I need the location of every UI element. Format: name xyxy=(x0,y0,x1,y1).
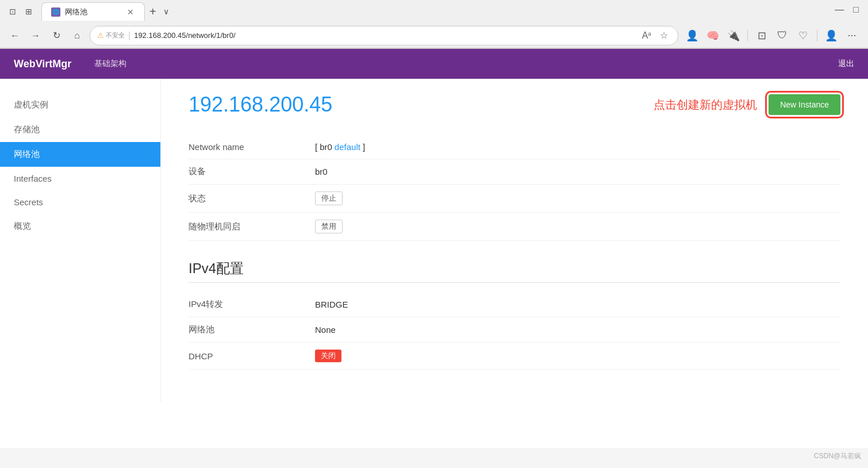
field-label-network-pool: 网络池 xyxy=(189,317,315,343)
new-instance-button[interactable]: New Instance xyxy=(769,94,840,115)
title-bar-icons: ⊡ ⊞ xyxy=(7,6,34,17)
field-value-autostart: 禁用 xyxy=(315,213,840,241)
ipv4-info-table: IPv4转发 BRIDGE 网络池 None DHCP 关闭 xyxy=(189,292,840,370)
field-label-dhcp: DHCP xyxy=(189,343,315,370)
address-separator: | xyxy=(128,30,130,41)
field-label-autostart: 随物理机同启 xyxy=(189,213,315,241)
browser-icon-2[interactable]: 🧠 xyxy=(704,26,722,45)
network-name-br0: br0 xyxy=(320,142,332,152)
sidebar-item-interfaces[interactable]: Interfaces xyxy=(0,167,160,190)
sidebar: 虚机实例 存储池 网络池 Interfaces Secrets 概览 xyxy=(0,79,161,402)
table-row-network-pool: 网络池 None xyxy=(189,317,840,343)
tab-close-button[interactable]: ✕ xyxy=(126,7,135,17)
field-value-dhcp: 关闭 xyxy=(315,343,840,370)
address-bar: ← → ↻ ⌂ ⚠ 不安全 | 192.168.200.45/network/1… xyxy=(0,23,868,48)
browser-icon-5[interactable]: 🛡 xyxy=(773,26,792,45)
browser-right-icons: 👤 🧠 🔌 ⊡ 🛡 ♡ 👤 ··· xyxy=(683,26,861,45)
field-label-device: 设备 xyxy=(189,159,315,185)
star-icon[interactable]: ☆ xyxy=(657,29,671,43)
profile-icon[interactable]: 👤 xyxy=(822,26,840,45)
back-button[interactable]: ← xyxy=(7,28,23,44)
network-info-table: Network name [ br0 default ] 设备 br xyxy=(189,135,840,241)
browser-icon-1[interactable]: 👤 xyxy=(683,26,701,45)
section-divider xyxy=(189,282,840,283)
table-row-autostart: 随物理机同启 禁用 xyxy=(189,213,840,241)
address-icons: Aᵃ ☆ xyxy=(640,29,671,43)
app: WebVirtMgr 基础架构 退出 虚机实例 存储池 网络池 Interfac… xyxy=(0,49,868,448)
field-label-ipv4-forward: IPv4转发 xyxy=(189,292,315,317)
field-label-status: 状态 xyxy=(189,185,315,213)
table-row-ipv4-forward: IPv4转发 BRIDGE xyxy=(189,292,840,317)
minimize-button[interactable]: — xyxy=(835,5,844,15)
bracket-close: ] xyxy=(363,142,365,152)
window-controls: — □ xyxy=(835,5,859,15)
network-name-wrap: [ br0 default ] xyxy=(315,142,840,152)
warning-icon: ⚠ xyxy=(97,31,104,40)
network-name-default-link[interactable]: default xyxy=(335,142,360,152)
tab-favicon: 🌐 xyxy=(51,7,60,17)
separator-2 xyxy=(817,30,817,41)
home-button[interactable]: ⌂ xyxy=(69,28,85,44)
table-row-status: 状态 停止 xyxy=(189,185,840,213)
content-area: 192.168.200.45 点击创建新的虚拟机 New Instance Ne… xyxy=(161,79,868,402)
top-nav: WebVirtMgr 基础架构 退出 xyxy=(0,49,868,79)
nav-infra-link[interactable]: 基础架构 xyxy=(90,56,131,71)
separator xyxy=(747,30,748,41)
field-value-device: br0 xyxy=(315,159,840,185)
content-header: 192.168.200.45 点击创建新的虚拟机 New Instance xyxy=(189,93,840,117)
security-text: 不安全 xyxy=(106,31,125,40)
field-value-network-name: [ br0 default ] xyxy=(315,135,840,159)
dhcp-badge: 关闭 xyxy=(315,350,341,362)
new-tab-button[interactable]: + xyxy=(145,2,161,21)
create-hint-text: 点击创建新的虚拟机 xyxy=(654,97,757,113)
browser-chrome: ⊡ ⊞ 🌐 网络池 ✕ + ∨ ← → ↻ ⌂ ⚠ 不安全 | 192.168.… xyxy=(0,0,868,49)
field-value-ipv4-forward: BRIDGE xyxy=(315,292,840,317)
browser-icon-4[interactable]: ⊡ xyxy=(752,26,771,45)
tab-icon-1[interactable]: ⊡ xyxy=(7,6,18,17)
tab-title: 网络池 xyxy=(65,7,121,17)
header-right: 点击创建新的虚拟机 New Instance xyxy=(654,94,840,115)
status-badge: 停止 xyxy=(315,191,343,205)
sidebar-item-storage[interactable]: 存储池 xyxy=(0,117,160,142)
menu-icon[interactable]: ··· xyxy=(843,26,861,45)
maximize-button[interactable]: □ xyxy=(853,5,859,15)
nav-logo[interactable]: WebVirtMgr xyxy=(14,58,71,70)
browser-icon-3[interactable]: 🔌 xyxy=(724,26,743,45)
url-text[interactable]: 192.168.200.45/network/1/br0/ xyxy=(134,31,636,40)
sidebar-item-overview[interactable]: 概览 xyxy=(0,214,160,239)
tab-icon-2[interactable]: ⊞ xyxy=(23,6,34,17)
title-bar: ⊡ ⊞ 🌐 网络池 ✕ + ∨ xyxy=(0,0,868,23)
field-value-network-pool: None xyxy=(315,317,840,343)
nav-logout-link[interactable]: 退出 xyxy=(838,59,854,69)
read-mode-icon[interactable]: Aᵃ xyxy=(640,29,654,43)
security-warning: ⚠ 不安全 xyxy=(97,31,125,40)
autostart-badge: 禁用 xyxy=(315,220,343,233)
field-value-status: 停止 xyxy=(315,185,840,213)
ipv4-section-title: IPv4配置 xyxy=(189,259,840,278)
sidebar-item-network[interactable]: 网络池 xyxy=(0,142,160,167)
bracket-open: [ xyxy=(315,142,317,152)
table-row-dhcp: DHCP 关闭 xyxy=(189,343,840,370)
browser-icon-6[interactable]: ♡ xyxy=(794,26,812,45)
reload-button[interactable]: ↻ xyxy=(48,28,64,44)
host-ip-title: 192.168.200.45 xyxy=(189,93,332,117)
active-tab[interactable]: 🌐 网络池 ✕ xyxy=(41,2,145,21)
table-row-device: 设备 br0 xyxy=(189,159,840,185)
tab-expand-button[interactable]: ∨ xyxy=(161,7,171,16)
main-content: 虚机实例 存储池 网络池 Interfaces Secrets 概览 192.1… xyxy=(0,79,868,402)
sidebar-item-secrets[interactable]: Secrets xyxy=(0,190,160,214)
table-row-network-name: Network name [ br0 default ] xyxy=(189,135,840,159)
forward-button[interactable]: → xyxy=(28,28,44,44)
field-label-network-name: Network name xyxy=(189,135,315,159)
sidebar-item-vms[interactable]: 虚机实例 xyxy=(0,93,160,117)
address-input-wrap[interactable]: ⚠ 不安全 | 192.168.200.45/network/1/br0/ Aᵃ… xyxy=(90,26,678,45)
